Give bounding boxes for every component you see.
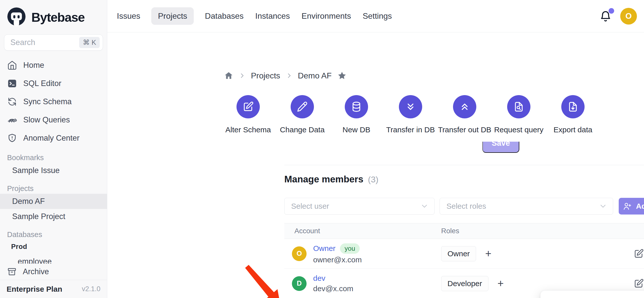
tab-issues[interactable]: Issues <box>116 7 141 25</box>
sidebar-item-sync-schema[interactable]: Sync Schema <box>0 93 107 111</box>
file-search-icon <box>513 101 525 113</box>
select-user-placeholder: Select user <box>291 202 420 210</box>
action-request-query[interactable]: Request query <box>492 95 546 134</box>
sidebar-item-anomaly-center[interactable]: Anomaly Center <box>0 129 107 147</box>
sidebar: Bytebase ⌘ K Home SQL Editor Sync Schema… <box>0 0 107 298</box>
chevron-right-icon <box>239 72 245 79</box>
brand-logo[interactable]: Bytebase <box>0 0 107 31</box>
chevrons-up-icon <box>459 101 470 113</box>
sidebar-item-label: Home <box>23 61 44 70</box>
top-navigation: Issues Projects Databases Instances Envi… <box>107 0 644 32</box>
sidebar-item-sample-issue[interactable]: Sample Issue <box>0 163 107 178</box>
action-label: Transfer in DB <box>386 125 435 134</box>
plan-label: Enterprise Plan <box>7 285 62 293</box>
breadcrumb: Projects Demo AF <box>224 71 347 80</box>
sidebar-item-archive[interactable]: Archive <box>0 264 107 280</box>
sync-icon <box>7 97 17 107</box>
user-avatar[interactable]: O <box>620 8 637 25</box>
select-roles-dropdown[interactable]: Select roles <box>440 198 613 215</box>
notification-dot <box>609 8 614 14</box>
sidebar-item-home[interactable]: Home <box>0 56 107 74</box>
member-controls: Select user Select roles Add member <box>284 198 644 215</box>
member-email: owner@x.com <box>313 256 362 264</box>
file-download-icon <box>567 101 579 113</box>
page-content: Projects Demo AF Alter Schema Change Dat… <box>107 32 644 298</box>
you-badge: you <box>340 243 360 254</box>
topbar-right: O <box>599 8 637 25</box>
tab-environments[interactable]: Environments <box>301 7 352 25</box>
breadcrumb-projects[interactable]: Projects <box>251 71 280 80</box>
manage-members-section: Manage members (3) Select user Select ro… <box>284 174 644 298</box>
database-icon <box>351 101 362 113</box>
chevrons-down-icon <box>405 101 416 113</box>
terminal-icon <box>7 78 17 89</box>
sidebar-item-label: SQL Editor <box>23 79 61 88</box>
add-member-label: Add member <box>636 202 644 210</box>
sidebar-item-slow-queries[interactable]: Slow Queries <box>0 111 107 129</box>
action-label: Transfer out DB <box>438 125 491 134</box>
save-button[interactable]: Save <box>482 142 519 153</box>
version-label: v2.1.0 <box>82 285 100 293</box>
avatar: O <box>292 246 307 261</box>
role-chip[interactable]: Owner <box>441 246 476 261</box>
tab-projects[interactable]: Projects <box>151 7 194 25</box>
action-label: Alter Schema <box>225 125 271 134</box>
breadcrumb-current-project[interactable]: Demo AF <box>298 71 332 80</box>
tab-databases[interactable]: Databases <box>204 7 244 25</box>
table-row: O Owner you owner@x.com Owner + <box>284 239 644 269</box>
sidebar-section-projects: Projects <box>0 183 107 194</box>
section-divider <box>284 165 644 165</box>
action-transfer-out-db[interactable]: Transfer out DB <box>438 95 492 134</box>
chevron-right-icon <box>286 72 292 79</box>
red-annotation-arrow <box>241 262 287 298</box>
role-chip[interactable]: Developer <box>441 276 488 291</box>
user-plus-icon <box>623 202 632 211</box>
sidebar-item-sample-project[interactable]: Sample Project <box>0 209 107 224</box>
action-export-data[interactable]: Export data <box>546 95 600 134</box>
sidebar-item-employee[interactable]: employee <box>0 254 107 264</box>
column-account: Account <box>284 227 441 235</box>
section-title: Manage members <box>284 174 363 185</box>
avatar: D <box>292 276 307 291</box>
sidebar-item-demo-af[interactable]: Demo AF <box>0 194 107 209</box>
action-new-db[interactable]: New DB <box>329 95 383 134</box>
bytebase-logo-icon <box>6 7 27 28</box>
edit-member-icon[interactable] <box>633 278 644 289</box>
main-area: Issues Projects Databases Instances Envi… <box>107 0 644 298</box>
tab-settings[interactable]: Settings <box>362 7 393 25</box>
sidebar-item-label: Sample Project <box>12 212 65 221</box>
home-icon <box>7 60 17 70</box>
action-change-data[interactable]: Change Data <box>275 95 329 134</box>
sidebar-footer: Enterprise Plan v2.1.0 <box>0 280 107 298</box>
search-box[interactable]: ⌘ K <box>4 34 103 51</box>
add-role-button[interactable]: + <box>485 248 491 259</box>
action-label: New DB <box>342 125 370 134</box>
top-tabs: Issues Projects Databases Instances Envi… <box>116 7 392 25</box>
sidebar-item-prod[interactable]: Prod <box>0 240 107 253</box>
sidebar-item-sql-editor[interactable]: SQL Editor <box>0 74 107 93</box>
action-alter-schema[interactable]: Alter Schema <box>221 95 275 134</box>
select-user-dropdown[interactable]: Select user <box>284 198 435 215</box>
sidebar-section-databases: Databases <box>0 229 107 240</box>
members-table: Account Roles O Owner you owner@x.com <box>284 223 644 298</box>
sidebar-item-label: Sync Schema <box>23 97 72 106</box>
member-name-link[interactable]: dev <box>313 274 325 283</box>
action-transfer-in-db[interactable]: Transfer in DB <box>383 95 438 134</box>
add-role-button[interactable]: + <box>498 278 504 289</box>
sidebar-section-bookmarks: Bookmarks <box>0 152 107 163</box>
breadcrumb-home-icon[interactable] <box>224 71 233 80</box>
sidebar-item-label: Demo AF <box>12 197 45 206</box>
add-member-button[interactable]: Add member <box>619 198 644 215</box>
member-name-link[interactable]: Owner <box>313 244 335 253</box>
search-input[interactable] <box>10 38 79 47</box>
tab-instances[interactable]: Instances <box>255 7 290 25</box>
edit-member-icon[interactable] <box>633 248 644 259</box>
success-toast: Successfully added test to the project. <box>540 290 644 298</box>
save-button-clipped: Save <box>482 142 519 153</box>
chevron-down-icon <box>599 202 607 210</box>
table-header: Account Roles <box>284 223 644 239</box>
notifications-button[interactable] <box>599 10 612 22</box>
member-email: dev@x.com <box>313 284 353 293</box>
favorite-star-icon[interactable] <box>337 71 347 80</box>
brand-name: Bytebase <box>31 10 84 25</box>
